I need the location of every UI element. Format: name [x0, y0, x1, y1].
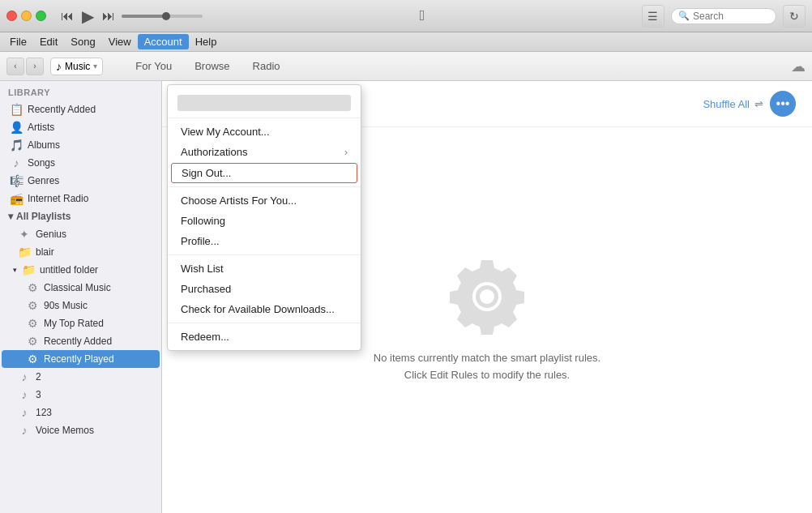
sidebar-item-90s[interactable]: ⚙ 90s Music	[2, 297, 160, 314]
playlists-toggle[interactable]: ▾ All Playlists	[0, 207, 161, 225]
sidebar-item-genius[interactable]: ✦ Genius	[2, 225, 160, 243]
play-button[interactable]: ▶	[82, 6, 94, 26]
empty-line2: Click Edit Rules to modify the rules.	[374, 367, 600, 384]
dropdown-view-account[interactable]: View My Account...	[168, 122, 361, 142]
menu-view[interactable]: View	[102, 34, 138, 49]
dropdown-following[interactable]: Following	[168, 211, 361, 231]
sidebar-item-label: Recently Added	[28, 104, 96, 115]
sidebar-item-albums[interactable]: 🎵 Albums	[2, 136, 160, 154]
dropdown-user-section	[168, 88, 361, 118]
recently-added-pl-icon: ⚙	[26, 335, 39, 348]
close-button[interactable]	[6, 11, 17, 21]
menu-account[interactable]: Account	[138, 34, 189, 49]
sidebar-item-classical[interactable]: ⚙ Classical Music	[2, 279, 160, 297]
sidebar-item-label: Artists	[28, 122, 54, 133]
songs-icon: ♪	[10, 156, 23, 169]
menu-song[interactable]: Song	[64, 34, 101, 49]
untitled-folder-icon: 📁	[22, 263, 35, 276]
recently-added-icon: 📋	[10, 103, 23, 116]
sidebar-item-123[interactable]: ♪ 123	[2, 404, 160, 421]
search-input[interactable]	[693, 11, 774, 22]
account-dropdown: View My Account... Authorizations › Sign…	[167, 84, 361, 351]
sidebar-item-3[interactable]: ♪ 3	[2, 386, 160, 404]
sidebar-item-label: blair	[36, 246, 54, 258]
sidebar-item-label: 2	[36, 371, 41, 383]
sidebar-item-internet-radio[interactable]: 📻 Internet Radio	[2, 190, 160, 207]
playlist-3-icon: ♪	[18, 388, 31, 401]
sync-button[interactable]: ↻	[783, 5, 806, 28]
playlist-123-icon: ♪	[18, 406, 31, 419]
sidebar-item-2[interactable]: ♪ 2	[2, 368, 160, 386]
dropdown-purchased[interactable]: Purchased	[168, 279, 361, 299]
music-label: Music	[65, 61, 90, 72]
toggle-arrow: ▾	[8, 211, 13, 222]
sidebar-item-label: Songs	[28, 157, 55, 169]
sidebar-item-genres[interactable]: 🎼 Genres	[2, 172, 160, 190]
sidebar-item-artists[interactable]: 👤 Artists	[2, 118, 160, 136]
more-button[interactable]: •••	[770, 91, 796, 117]
title-bar: ⏮ ▶ ⏭  ☰ 🔍 ↻	[0, 0, 812, 32]
albums-icon: 🎵	[10, 139, 23, 152]
genres-icon: 🎼	[10, 174, 23, 187]
sidebar-item-recently-added-pl[interactable]: ⚙ Recently Added	[2, 332, 160, 350]
maximize-button[interactable]	[36, 11, 46, 21]
main-layout: Library 📋 Recently Added 👤 Artists 🎵 Alb…	[0, 81, 812, 513]
recently-played-icon: ⚙	[26, 353, 39, 366]
dropdown-separator-3	[168, 323, 361, 323]
menu-help[interactable]: Help	[189, 34, 224, 49]
playlist-2-icon: ♪	[18, 370, 31, 383]
sidebar-item-label: Voice Memos	[36, 425, 94, 436]
sidebar-item-songs[interactable]: ♪ Songs	[2, 154, 160, 172]
prev-button[interactable]: ⏮	[61, 9, 74, 24]
sidebar-item-label: Recently Added	[44, 336, 112, 347]
minimize-button[interactable]	[21, 11, 32, 21]
dropdown-username	[177, 95, 351, 111]
sidebar-item-blair[interactable]: 📁 blair	[2, 243, 160, 261]
cloud-icon: ☁	[791, 58, 806, 75]
progress-bar[interactable]	[122, 15, 203, 18]
progress-knob[interactable]	[162, 12, 170, 20]
apple-logo: 	[420, 7, 425, 24]
sidebar-item-untitled-folder[interactable]: ▾ 📁 untitled folder	[2, 261, 160, 279]
submenu-arrow: ›	[344, 146, 348, 158]
nav-forward[interactable]: ›	[26, 58, 44, 75]
next-button[interactable]: ⏭	[102, 9, 115, 24]
nav-back[interactable]: ‹	[6, 58, 24, 75]
sidebar: Library 📋 Recently Added 👤 Artists 🎵 Alb…	[0, 81, 162, 513]
classical-icon: ⚙	[26, 281, 39, 294]
sidebar-item-top-rated[interactable]: ⚙ My Top Rated	[2, 314, 160, 332]
dropdown-authorizations[interactable]: Authorizations ›	[168, 142, 361, 162]
music-selector[interactable]: ♪ Music ▾	[50, 58, 103, 75]
dropdown-profile[interactable]: Profile...	[168, 231, 361, 251]
dropdown-sign-out[interactable]: Sign Out...	[171, 163, 357, 183]
menu-edit[interactable]: Edit	[33, 34, 64, 49]
tab-radio[interactable]: Radio	[243, 57, 290, 75]
voice-memos-icon: ♪	[18, 424, 31, 437]
dropdown-wish-list[interactable]: Wish List	[168, 259, 361, 279]
shuffle-all-button[interactable]: Shuffle All ⇌	[703, 98, 763, 110]
search-box[interactable]: 🔍	[671, 8, 776, 24]
shuffle-icon: ⇌	[754, 98, 763, 110]
empty-line1: No items currently match the smart playl…	[374, 350, 600, 367]
sidebar-item-label: Albums	[28, 139, 60, 151]
nav-bar: ‹ › ♪ Music ▾ For You Browse Radio ☁	[0, 52, 812, 81]
sidebar-item-label: Genres	[28, 175, 59, 186]
sidebar-item-label: Classical Music	[44, 282, 111, 293]
gear-icon	[447, 256, 528, 337]
sidebar-item-label: Recently Played	[44, 353, 114, 365]
sidebar-item-label: 90s Music	[44, 300, 88, 311]
dropdown-check-downloads[interactable]: Check for Available Downloads...	[168, 299, 361, 319]
sidebar-item-voice-memos[interactable]: ♪ Voice Memos	[2, 421, 160, 439]
dropdown-redeem[interactable]: Redeem...	[168, 327, 361, 347]
sidebar-item-recently-played[interactable]: ⚙ Recently Played	[2, 350, 160, 368]
top-rated-icon: ⚙	[26, 317, 39, 330]
tab-for-you[interactable]: For You	[126, 57, 182, 75]
sidebar-item-recently-added[interactable]: 📋 Recently Added	[2, 100, 160, 118]
dropdown-choose-artists[interactable]: Choose Artists For You...	[168, 190, 361, 211]
menu-file[interactable]: File	[3, 34, 33, 49]
list-view-button[interactable]: ☰	[642, 5, 665, 28]
blair-icon: 📁	[18, 246, 31, 259]
dropdown-separator-2	[168, 254, 361, 255]
tab-browse[interactable]: Browse	[185, 57, 239, 75]
content-actions: Shuffle All ⇌ •••	[703, 91, 796, 117]
